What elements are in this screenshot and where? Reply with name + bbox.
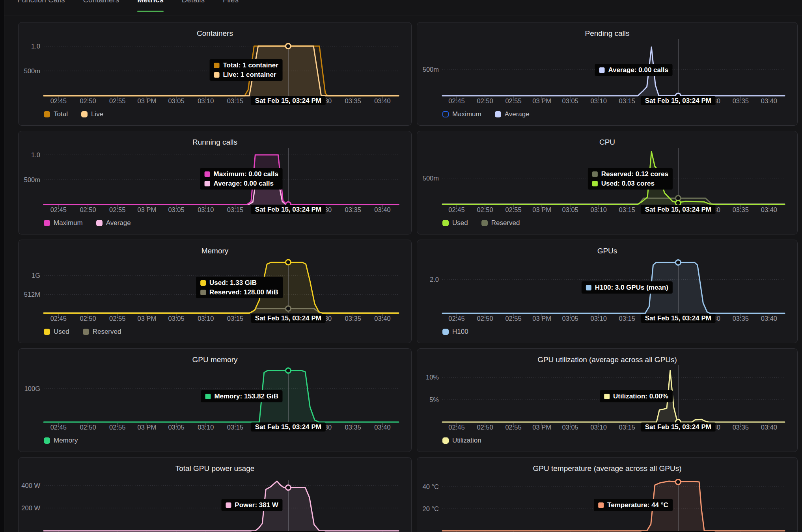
x-axis-label: 03:15 bbox=[227, 315, 243, 322]
legend-item-reserved[interactable]: Reserved bbox=[83, 328, 121, 336]
crosshair-date-label: Sat Feb 15, 03:24 PM bbox=[641, 205, 716, 214]
x-axis-label: 02:55 bbox=[109, 424, 125, 431]
tooltip-text: Memory: 153.82 GiB bbox=[214, 392, 278, 400]
chart-legend: Memory bbox=[44, 437, 78, 445]
chart-title: GPUs bbox=[417, 247, 797, 255]
legend-label: Used bbox=[54, 328, 69, 336]
chart-title: GPU temperature (average across all GPUs… bbox=[417, 464, 797, 473]
legend-item-average[interactable]: Average bbox=[495, 110, 530, 118]
legend-item-maximum[interactable]: Maximum bbox=[442, 110, 481, 118]
x-axis-label: 02:45 bbox=[50, 97, 67, 104]
legend-swatch bbox=[442, 220, 449, 226]
legend-item-total[interactable]: Total bbox=[44, 110, 68, 118]
chart-panel-gpu-memory: GPU memory100G02:4502:5002:5503 PM03:050… bbox=[18, 348, 412, 452]
legend-item-used[interactable]: Used bbox=[44, 328, 69, 336]
y-axis-label: 10% bbox=[426, 374, 439, 381]
legend-label: Reserved bbox=[93, 328, 121, 336]
series-line-reserved bbox=[44, 309, 399, 313]
x-axis-label: 02:45 bbox=[448, 206, 464, 213]
y-axis-label: 400 W bbox=[21, 482, 40, 489]
crosshair-marker-temperature bbox=[675, 480, 681, 485]
x-axis-label: 03:05 bbox=[562, 97, 578, 104]
y-axis-label: 512M bbox=[24, 291, 40, 298]
x-axis-label: 02:45 bbox=[448, 97, 464, 104]
x-axis-label: 03 PM bbox=[532, 97, 551, 104]
tooltip-swatch bbox=[200, 280, 206, 286]
tooltip-swatch bbox=[205, 394, 211, 399]
x-axis-label: 03:35 bbox=[733, 97, 749, 104]
tab-details[interactable]: Details bbox=[182, 0, 205, 15]
crosshair-marker-live bbox=[285, 44, 291, 49]
x-axis-label: 03:05 bbox=[168, 97, 184, 104]
tab-files[interactable]: Files bbox=[223, 0, 239, 15]
crosshair-marker-power bbox=[285, 485, 291, 490]
tab-function-calls[interactable]: Function Calls bbox=[17, 0, 65, 15]
tooltip-row: Reserved: 0.12 cores bbox=[592, 170, 668, 178]
legend-swatch bbox=[495, 111, 501, 117]
tooltip-swatch bbox=[592, 181, 598, 186]
tooltip-swatch bbox=[586, 285, 591, 290]
chart-title: Pending calls bbox=[417, 29, 797, 38]
legend-item-maximum[interactable]: Maximum bbox=[44, 219, 83, 227]
x-axis-label: 03 PM bbox=[532, 206, 551, 213]
y-axis-label: 2.0 bbox=[430, 276, 439, 283]
legend-item-memory[interactable]: Memory bbox=[44, 437, 78, 445]
tooltip-row: Maximum: 0.00 calls bbox=[204, 170, 278, 178]
x-axis-label: 02:50 bbox=[477, 315, 493, 322]
y-axis-label: 1G bbox=[32, 272, 40, 279]
tab-label: Function Calls bbox=[17, 0, 65, 4]
tooltip-text: H100: 3.0 GPUs (mean) bbox=[595, 283, 668, 292]
tab-active-underline bbox=[137, 11, 164, 12]
legend-item-h100[interactable]: H100 bbox=[442, 328, 468, 336]
y-axis-label: 500m bbox=[423, 175, 439, 182]
y-axis-label: 1.0 bbox=[31, 43, 40, 50]
legend-item-utilization[interactable]: Utilization bbox=[442, 437, 481, 445]
legend-item-average[interactable]: Average bbox=[96, 219, 131, 227]
legend-label: Average bbox=[106, 219, 131, 227]
legend-label: Maximum bbox=[452, 110, 481, 118]
x-axis-label: 02:55 bbox=[109, 97, 125, 104]
x-axis-label: 02:50 bbox=[80, 424, 96, 431]
tooltip-text: Temperature: 44 °C bbox=[607, 501, 668, 509]
legend-item-used[interactable]: Used bbox=[442, 219, 468, 227]
chart-title: Total GPU power usage bbox=[19, 464, 411, 473]
x-axis-label: 03:10 bbox=[591, 424, 607, 431]
x-axis-label: 03 PM bbox=[138, 315, 157, 322]
y-axis-label: 40 °C bbox=[423, 483, 439, 490]
tooltip-row: Utilization: 0.00% bbox=[604, 392, 668, 400]
y-axis-label: 1.0 bbox=[31, 151, 40, 158]
tab-containers[interactable]: Containers bbox=[83, 0, 119, 15]
chart-tooltip: Average: 0.00 calls bbox=[595, 64, 672, 76]
tooltip-text: Reserved: 0.12 cores bbox=[601, 170, 668, 178]
chart-panel-gpus: GPUs2.002:4502:5002:5503 PM03:0503:1003:… bbox=[417, 240, 798, 343]
tab-label: Files bbox=[223, 0, 239, 4]
legend-item-live[interactable]: Live bbox=[81, 110, 103, 118]
x-axis-label: 03:40 bbox=[374, 206, 390, 213]
tooltip-text: Used: 0.03 cores bbox=[601, 179, 655, 188]
y-axis-label: 5% bbox=[429, 396, 439, 403]
legend-swatch bbox=[44, 111, 50, 117]
tooltip-text: Utilization: 0.00% bbox=[613, 392, 668, 400]
legend-item-reserved[interactable]: Reserved bbox=[481, 219, 520, 227]
x-axis-label: 03:05 bbox=[168, 315, 184, 322]
tooltip-row: H100: 3.0 GPUs (mean) bbox=[586, 283, 668, 292]
x-axis-label: 03:15 bbox=[619, 315, 635, 322]
chart-tooltip: Utilization: 0.00% bbox=[600, 390, 673, 402]
x-axis-label: 03:40 bbox=[374, 97, 390, 104]
x-axis-label: 03:15 bbox=[227, 97, 243, 104]
chart-legend: Utilization bbox=[442, 437, 481, 445]
x-axis-label: 03:40 bbox=[761, 424, 777, 431]
chart-title: Memory bbox=[19, 247, 411, 255]
crosshair-date-label: Sat Feb 15, 03:24 PM bbox=[641, 422, 716, 432]
tab-metrics[interactable]: Metrics bbox=[137, 0, 164, 15]
tooltip-text: Live: 1 container bbox=[223, 71, 276, 79]
crosshair-date-label: Sat Feb 15, 03:24 PM bbox=[251, 314, 326, 323]
legend-swatch bbox=[442, 437, 449, 444]
x-axis-label: 03:05 bbox=[562, 206, 578, 213]
legend-label: Average bbox=[505, 110, 530, 118]
crosshair-date-label: Sat Feb 15, 03:24 PM bbox=[251, 96, 326, 105]
x-axis-label: 03:10 bbox=[198, 97, 214, 104]
chart-tooltip: Reserved: 0.12 coresUsed: 0.03 cores bbox=[588, 168, 673, 190]
tooltip-row: Used: 1.33 GiB bbox=[200, 279, 278, 287]
y-axis-label: 500m bbox=[24, 176, 40, 183]
